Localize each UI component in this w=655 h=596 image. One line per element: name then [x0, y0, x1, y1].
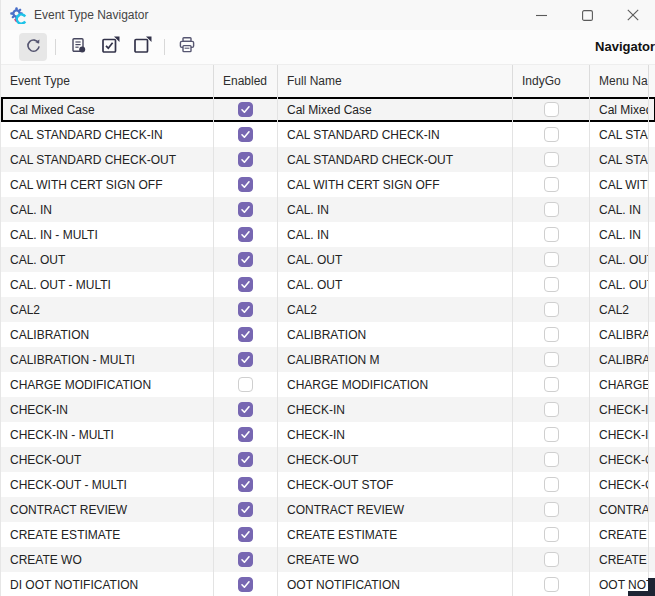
- enabled-cell[interactable]: [214, 147, 278, 172]
- table-row[interactable]: CAL. INCAL. INCAL. IN: [1, 197, 655, 222]
- enabled-checkbox-checked[interactable]: [238, 277, 253, 292]
- indygo-cell[interactable]: [513, 547, 590, 572]
- indygo-cell[interactable]: [513, 497, 590, 522]
- table-row[interactable]: Cal Mixed CaseCal Mixed CaseCal Mixed Ca…: [1, 97, 655, 122]
- enabled-checkbox-checked[interactable]: [238, 202, 253, 217]
- enabled-cell[interactable]: [214, 172, 278, 197]
- event-type-cell[interactable]: CHECK-IN - MULTI: [1, 422, 214, 447]
- enabled-checkbox-checked[interactable]: [238, 577, 253, 592]
- enabled-cell[interactable]: [214, 447, 278, 472]
- column-header-menu-name[interactable]: Menu Name: [590, 65, 649, 97]
- indygo-cell[interactable]: [513, 347, 590, 372]
- indygo-cell[interactable]: [513, 147, 590, 172]
- full-name-cell[interactable]: CHECK-IN: [278, 397, 513, 422]
- indygo-checkbox-unchecked[interactable]: [544, 177, 559, 192]
- indygo-checkbox-unchecked[interactable]: [544, 577, 559, 592]
- enabled-checkbox-checked[interactable]: [238, 252, 253, 267]
- event-type-cell[interactable]: CHECK-IN: [1, 397, 214, 422]
- enabled-cell[interactable]: [214, 472, 278, 497]
- enabled-checkbox-checked[interactable]: [238, 102, 253, 117]
- table-row[interactable]: CREATE ESTIMATECREATE ESTIMATECREATE EST…: [1, 522, 655, 547]
- enabled-checkbox-checked[interactable]: [238, 352, 253, 367]
- enabled-checkbox-checked[interactable]: [238, 152, 253, 167]
- full-name-cell[interactable]: Cal Mixed Case: [278, 97, 513, 122]
- indygo-cell[interactable]: [513, 122, 590, 147]
- indygo-cell[interactable]: [513, 172, 590, 197]
- enabled-checkbox-checked[interactable]: [238, 227, 253, 242]
- full-name-cell[interactable]: CHECK-OUT: [278, 447, 513, 472]
- indygo-cell[interactable]: [513, 397, 590, 422]
- enabled-checkbox-checked[interactable]: [238, 502, 253, 517]
- menu-name-cell[interactable]: CAL. OUT: [590, 272, 649, 297]
- indygo-checkbox-unchecked[interactable]: [544, 277, 559, 292]
- indygo-checkbox-unchecked[interactable]: [544, 102, 559, 117]
- enabled-checkbox-checked[interactable]: [238, 477, 253, 492]
- enabled-cell[interactable]: [214, 397, 278, 422]
- enabled-cell[interactable]: [214, 547, 278, 572]
- indygo-cell[interactable]: [513, 422, 590, 447]
- enabled-checkbox-checked[interactable]: [238, 302, 253, 317]
- full-name-cell[interactable]: CALIBRATION: [278, 322, 513, 347]
- column-header-indygo[interactable]: IndyGo: [513, 65, 590, 97]
- enabled-cell[interactable]: [214, 522, 278, 547]
- full-name-cell[interactable]: CAL STANDARD CHECK-IN: [278, 122, 513, 147]
- full-name-cell[interactable]: CHECK-OUT STOF: [278, 472, 513, 497]
- enabled-checkbox-checked[interactable]: [238, 127, 253, 142]
- indygo-checkbox-unchecked[interactable]: [544, 377, 559, 392]
- indygo-checkbox-unchecked[interactable]: [544, 552, 559, 567]
- table-row[interactable]: CAL. IN - MULTICAL. INCAL. IN: [1, 222, 655, 247]
- event-type-cell[interactable]: CALIBRATION - MULTI: [1, 347, 214, 372]
- menu-name-cell[interactable]: CAL. IN: [590, 197, 649, 222]
- indygo-checkbox-unchecked[interactable]: [544, 452, 559, 467]
- table-row[interactable]: DI OOT NOTIFICATIONOOT NOTIFICATIONOOT N…: [1, 572, 655, 596]
- event-type-cell[interactable]: CAL. OUT - MULTI: [1, 272, 214, 297]
- menu-name-cell[interactable]: CHECK-IN: [590, 422, 649, 447]
- menu-name-cell[interactable]: CHECK-OUT: [590, 447, 649, 472]
- full-name-cell[interactable]: CREATE WO: [278, 547, 513, 572]
- indygo-cell[interactable]: [513, 197, 590, 222]
- enabled-cell[interactable]: [214, 322, 278, 347]
- enabled-checkbox-checked[interactable]: [238, 402, 253, 417]
- menu-name-cell[interactable]: Cal Mixed Case: [590, 97, 649, 122]
- full-name-cell[interactable]: OOT NOTIFICATION: [278, 572, 513, 596]
- copy-list-button[interactable]: [64, 33, 92, 61]
- enabled-checkbox-checked[interactable]: [238, 552, 253, 567]
- enabled-cell[interactable]: [214, 122, 278, 147]
- column-header-event-type[interactable]: Event Type: [1, 65, 214, 97]
- enabled-cell[interactable]: [214, 222, 278, 247]
- event-type-cell[interactable]: CAL WITH CERT SIGN OFF: [1, 172, 214, 197]
- indygo-cell[interactable]: [513, 222, 590, 247]
- menu-name-cell[interactable]: CREATE WO: [590, 547, 649, 572]
- table-row[interactable]: CAL. OUT - MULTICAL. OUTCAL. OUT: [1, 272, 655, 297]
- indygo-checkbox-unchecked[interactable]: [544, 352, 559, 367]
- enabled-checkbox-checked[interactable]: [238, 452, 253, 467]
- close-icon[interactable]: [610, 0, 655, 30]
- menu-name-cell[interactable]: CAL STANDARD CHECK-IN: [590, 122, 649, 147]
- full-name-cell[interactable]: CALIBRATION M: [278, 347, 513, 372]
- indygo-checkbox-unchecked[interactable]: [544, 302, 559, 317]
- event-type-cell[interactable]: CHECK-OUT: [1, 447, 214, 472]
- menu-name-cell[interactable]: CAL. IN: [590, 222, 649, 247]
- enabled-cell[interactable]: [214, 497, 278, 522]
- table-row[interactable]: CHARGE MODIFICATIONCHARGE MODIFICATIONCH…: [1, 372, 655, 397]
- indygo-checkbox-unchecked[interactable]: [544, 477, 559, 492]
- enabled-checkbox-unchecked[interactable]: [238, 377, 253, 392]
- minimize-icon[interactable]: [518, 0, 564, 30]
- enabled-cell[interactable]: [214, 272, 278, 297]
- maximize-icon[interactable]: [564, 0, 610, 30]
- indygo-checkbox-unchecked[interactable]: [544, 327, 559, 342]
- table-row[interactable]: CAL STANDARD CHECK-INCAL STANDARD CHECK-…: [1, 122, 655, 147]
- table-row[interactable]: CALIBRATION - MULTICALIBRATION MCALIBRAT…: [1, 347, 655, 372]
- event-type-cell[interactable]: CALIBRATION: [1, 322, 214, 347]
- enabled-checkbox-checked[interactable]: [238, 327, 253, 342]
- enabled-checkbox-checked[interactable]: [238, 177, 253, 192]
- enabled-cell[interactable]: [214, 347, 278, 372]
- indygo-checkbox-unchecked[interactable]: [544, 252, 559, 267]
- indygo-checkbox-unchecked[interactable]: [544, 127, 559, 142]
- full-name-cell[interactable]: CAL WITH CERT SIGN OFF: [278, 172, 513, 197]
- enabled-cell[interactable]: [214, 297, 278, 322]
- full-name-cell[interactable]: CAL. OUT: [278, 272, 513, 297]
- column-header-full-name[interactable]: Full Name: [278, 65, 513, 97]
- indygo-cell[interactable]: [513, 522, 590, 547]
- menu-name-cell[interactable]: CREATE ESTIMATE: [590, 522, 649, 547]
